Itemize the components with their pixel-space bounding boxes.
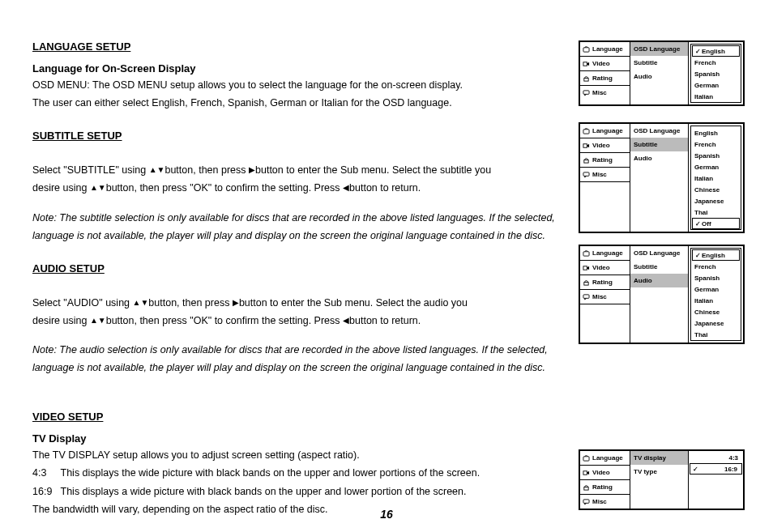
svg-rect-3 — [583, 90, 589, 93]
svg-rect-8 — [583, 251, 589, 255]
svg-rect-6 — [584, 160, 588, 163]
osd-figure-video: Language Video Rating Misc TV display TV… — [579, 449, 745, 510]
triangle-down-icon: ▼ — [98, 182, 106, 194]
check-icon: ✓ — [695, 48, 701, 55]
page-number: 16 — [0, 508, 773, 521]
heading-language-setup: LANGUAGE SETUP — [32, 40, 562, 53]
svg-rect-13 — [583, 470, 587, 474]
figure-column: Language Video Rating Misc OSD Language … — [579, 40, 745, 520]
tv-icon — [583, 455, 590, 462]
lock-icon — [583, 484, 590, 491]
video-icon — [583, 265, 590, 271]
video-icon — [583, 143, 590, 149]
para-video-3: 16:9 This displays a wide picture with b… — [32, 484, 562, 499]
heading-language-sub: Language for On-Screen Display — [32, 62, 562, 74]
svg-rect-4 — [583, 129, 589, 133]
speech-icon — [583, 172, 590, 178]
speech-icon — [583, 90, 590, 96]
triangle-up-icon: ▲ — [90, 182, 98, 194]
tv-icon — [583, 250, 590, 257]
svg-rect-15 — [583, 499, 589, 502]
para-video-2: 4:3 This displays the wide picture with … — [32, 466, 562, 480]
heading-subtitle-setup: SUBTITLE SETUP — [32, 130, 562, 142]
triangle-up-icon: ▲ — [149, 164, 157, 177]
svg-rect-10 — [584, 282, 588, 285]
triangle-right-icon: ▶ — [233, 297, 239, 309]
svg-rect-1 — [583, 62, 587, 65]
check-icon: ✓ — [693, 466, 698, 473]
triangle-right-icon: ▶ — [249, 164, 255, 177]
triangle-down-icon: ▼ — [140, 297, 148, 309]
note-audio-1: Note: The audio selection is only availa… — [32, 343, 562, 357]
lock-icon — [583, 157, 590, 164]
check-icon: ✓ — [695, 252, 701, 259]
triangle-left-icon: ◀ — [343, 315, 349, 327]
svg-rect-2 — [584, 78, 588, 81]
check-icon: ✓ — [695, 220, 701, 228]
triangle-up-icon: ▲ — [133, 297, 141, 309]
video-icon — [583, 470, 590, 476]
video-icon — [583, 61, 590, 67]
heading-video-setup: VIDEO SETUP — [32, 411, 562, 423]
svg-rect-11 — [583, 294, 589, 297]
triangle-down-icon: ▼ — [157, 164, 165, 177]
triangle-left-icon: ◀ — [343, 182, 349, 194]
para-lang-1: OSD MENU: The OSD MENU setup allows you … — [32, 78, 562, 92]
speech-icon — [583, 499, 590, 505]
svg-rect-9 — [583, 266, 587, 269]
osd-figure-language: Language Video Rating Misc OSD Language … — [579, 40, 745, 106]
para-audio-2: desire using ▲▼button, then press "OK" t… — [32, 313, 562, 328]
para-subtitle-1: Select "SUBTITLE" using ▲▼button, then p… — [32, 163, 562, 177]
speech-icon — [583, 294, 590, 300]
para-lang-2: The user can either select English, Fren… — [32, 96, 562, 110]
svg-rect-12 — [583, 456, 589, 460]
note-subtitle-2: language is not available, the player wi… — [32, 228, 562, 243]
para-subtitle-2: desire using ▲▼button, then press "OK" t… — [32, 181, 562, 195]
main-text-column: LANGUAGE SETUP Language for On-Screen Di… — [32, 40, 562, 520]
lock-icon — [583, 279, 590, 286]
note-audio-2: language is not available, the player wi… — [32, 360, 562, 375]
lock-icon — [583, 75, 590, 82]
triangle-up-icon: ▲ — [90, 315, 98, 327]
note-subtitle-1: Note: The subtitle selection is only ava… — [32, 211, 562, 225]
svg-rect-0 — [583, 47, 589, 51]
svg-rect-14 — [584, 487, 588, 490]
osd-figure-audio: Language Video Rating Misc OSD Language … — [579, 245, 745, 344]
svg-rect-7 — [583, 172, 589, 175]
svg-rect-5 — [583, 143, 587, 147]
tv-icon — [583, 46, 590, 53]
heading-tv-display: TV Display — [32, 432, 562, 445]
para-audio-1: Select "AUDIO" using ▲▼button, then pres… — [32, 296, 562, 310]
heading-audio-setup: AUDIO SETUP — [32, 262, 562, 275]
triangle-down-icon: ▼ — [98, 315, 106, 327]
tv-icon — [583, 128, 590, 134]
para-video-1: The TV DISPLAY setup allows you to adjus… — [32, 448, 562, 462]
osd-figure-subtitle: Language Video Rating Misc OSD Language … — [579, 122, 745, 233]
